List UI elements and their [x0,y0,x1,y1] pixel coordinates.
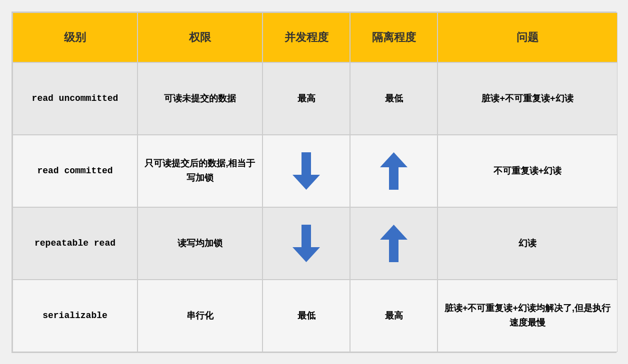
row1-concurrency: 最高 [262,62,350,135]
row1-problem: 脏读+不可重复读+幻读 [438,62,618,135]
svg-marker-1 [292,175,320,190]
main-table: 级别 权限 并发程度 隔离程度 问题 read uncommitted 可读未提… [12,11,616,353]
header-problem: 问题 [438,12,618,62]
row3-problem: 幻读 [438,207,618,280]
row2-problem: 不可重复读+幻读 [438,135,618,207]
row4-isolation: 最高 [350,280,438,352]
up-arrow-icon [380,152,408,190]
svg-rect-7 [389,240,398,262]
row4-permission: 串行化 [138,280,262,352]
down-arrow-icon [292,152,320,190]
row4-problem: 脏读+不可重复读+幻读均解决了,但是执行速度最慢 [438,280,618,352]
svg-rect-0 [302,152,311,175]
table-grid: 级别 权限 并发程度 隔离程度 问题 read uncommitted 可读未提… [12,12,616,352]
svg-marker-6 [380,225,408,240]
svg-rect-3 [389,167,398,190]
header-level: 级别 [12,12,138,62]
row4-concurrency: 最低 [262,280,350,352]
header-permission: 权限 [138,12,262,62]
row2-permission: 只可读提交后的数据,相当于写加锁 [138,135,262,207]
row3-isolation [350,207,438,280]
svg-marker-5 [292,247,320,262]
row4-level: serializable [12,280,138,352]
row2-concurrency [262,135,350,207]
row1-permission: 可读未提交的数据 [138,62,262,135]
row3-concurrency [262,207,350,280]
header-concurrency: 并发程度 [262,12,350,62]
up-arrow-icon [380,225,408,262]
row3-permission: 读写均加锁 [138,207,262,280]
down-arrow-icon [292,225,320,262]
row2-level: read committed [12,135,138,207]
header-isolation: 隔离程度 [350,12,438,62]
row3-level: repeatable read [12,207,138,280]
svg-rect-4 [302,225,311,247]
row2-isolation [350,135,438,207]
row1-isolation: 最低 [350,62,438,135]
svg-marker-2 [380,152,408,167]
row1-level: read uncommitted [12,62,138,135]
